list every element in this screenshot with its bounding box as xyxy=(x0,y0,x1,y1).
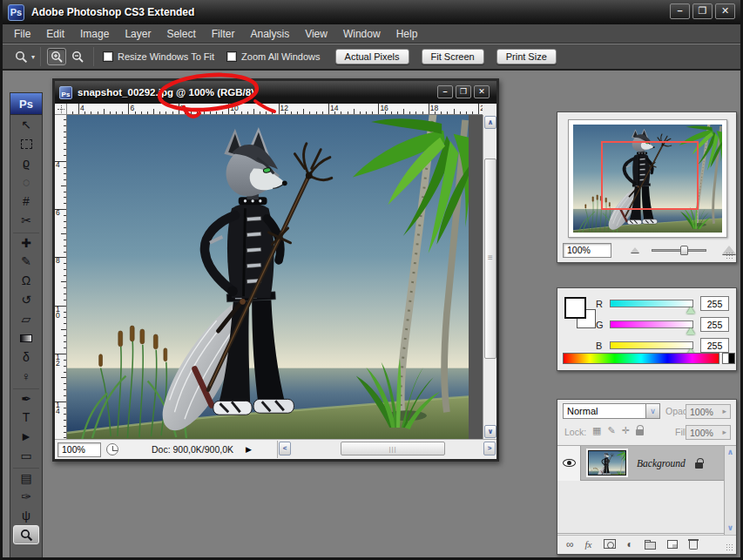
layer-thumbnail[interactable] xyxy=(588,450,626,476)
move-tool[interactable]: ↖ xyxy=(13,115,39,134)
menu-item-file[interactable]: File xyxy=(6,26,38,42)
layer-visibility-toggle[interactable] xyxy=(557,446,581,481)
layer-name[interactable]: Background xyxy=(637,458,686,469)
delete-layer-icon[interactable] xyxy=(689,541,698,550)
blend-mode-select[interactable]: Normal xyxy=(563,403,646,419)
layers-scroll-up-icon[interactable]: ∧ xyxy=(726,447,735,458)
lock-all-icon[interactable] xyxy=(636,429,644,435)
menu-item-analysis[interactable]: Analysis xyxy=(242,26,297,42)
fit-screen-button[interactable]: Fit Screen xyxy=(422,49,484,64)
notes-tool[interactable]: ▤ xyxy=(13,468,39,487)
clone-stamp-tool[interactable]: Ω xyxy=(13,271,39,290)
history-brush-tool[interactable]: ↺ xyxy=(13,290,39,309)
hand-tool[interactable]: ψ xyxy=(13,506,39,525)
channel-slider-thumb[interactable] xyxy=(686,307,695,314)
horizontal-scroll-thumb[interactable]: ||| xyxy=(341,442,445,455)
channel-slider[interactable] xyxy=(610,341,693,349)
menu-item-help[interactable]: Help xyxy=(388,26,426,42)
ruler-origin-box[interactable] xyxy=(55,104,67,115)
zoom-percentage-field[interactable] xyxy=(57,442,101,457)
channel-slider[interactable] xyxy=(610,300,693,307)
rectangular-marquee-tool[interactable] xyxy=(13,134,39,153)
link-layers-icon[interactable]: ∞ xyxy=(566,538,574,550)
zoom-tool[interactable] xyxy=(13,525,39,544)
zoom-out-mode-button[interactable] xyxy=(68,48,87,65)
panel-resize-grip[interactable] xyxy=(726,252,734,260)
type-tool[interactable]: T xyxy=(13,408,39,427)
layer-style-icon[interactable]: fx xyxy=(585,539,592,550)
menu-item-layer[interactable]: Layer xyxy=(117,26,159,42)
new-layer-icon[interactable] xyxy=(667,540,678,549)
slice-tool[interactable]: ✂ xyxy=(13,211,39,230)
pen-tool[interactable]: ✒ xyxy=(13,388,39,408)
navigator-view-box[interactable] xyxy=(601,141,698,210)
dodge-tool[interactable]: ♀ xyxy=(13,367,39,386)
eraser-tool[interactable]: ▱ xyxy=(13,309,39,328)
minimize-button[interactable]: – xyxy=(670,3,690,19)
close-button[interactable]: ✕ xyxy=(715,3,735,19)
lock-position-icon[interactable]: ✛ xyxy=(622,425,630,436)
quick-selection-tool[interactable]: ◌ xyxy=(13,172,39,192)
zoom-all-windows-checkbox[interactable] xyxy=(226,51,237,62)
scroll-down-button[interactable]: ∨ xyxy=(484,425,496,438)
channel-value[interactable]: 255 xyxy=(700,296,729,311)
channel-slider-thumb[interactable] xyxy=(686,327,695,334)
spot-healing-brush-tool[interactable]: ✚ xyxy=(13,233,39,252)
menu-item-edit[interactable]: Edit xyxy=(38,26,72,42)
horizontal-ruler[interactable]: 468101214161820 xyxy=(67,104,483,115)
navigator-zoom-slider[interactable] xyxy=(652,249,706,252)
menu-item-view[interactable]: View xyxy=(297,26,335,42)
zoom-out-icon[interactable] xyxy=(631,247,639,253)
layer-row-background[interactable]: Background xyxy=(557,446,724,481)
color-spectrum-ramp[interactable] xyxy=(563,353,719,364)
adjustment-layer-icon[interactable]: ◐ xyxy=(627,538,633,550)
scroll-left-button[interactable]: < xyxy=(279,442,291,455)
actual-pixels-button[interactable]: Actual Pixels xyxy=(335,49,409,64)
doc-close-button[interactable]: ✕ xyxy=(474,85,490,98)
panel-resize-grip[interactable] xyxy=(726,543,734,552)
navigator-zoom-field[interactable] xyxy=(563,243,611,258)
doc-minimize-button[interactable]: – xyxy=(437,85,453,98)
scroll-right-button[interactable]: > xyxy=(483,442,496,455)
rectangle-tool[interactable]: ▭ xyxy=(13,446,39,465)
lock-transparency-icon[interactable]: ▦ xyxy=(592,425,601,436)
lock-pixels-icon[interactable]: ✎ xyxy=(607,425,615,436)
menu-item-select[interactable]: Select xyxy=(159,26,203,42)
scroll-up-button[interactable]: ∧ xyxy=(484,116,496,129)
vertical-ruler[interactable]: 468101214 xyxy=(55,115,67,439)
blur-tool[interactable]: δ xyxy=(13,347,39,367)
tool-preset-picker[interactable]: ▾ xyxy=(15,51,35,64)
channel-value[interactable]: 255 xyxy=(700,317,729,332)
maximize-button[interactable]: ❐ xyxy=(692,3,713,19)
horizontal-scrollbar[interactable]: < ||| > xyxy=(277,441,496,458)
menu-item-filter[interactable]: Filter xyxy=(204,26,243,42)
opacity-value[interactable]: 100%▸ xyxy=(686,404,731,419)
doc-maximize-button[interactable]: ❐ xyxy=(456,85,471,98)
status-menu-arrow-icon[interactable]: ▶ xyxy=(246,445,252,454)
layer-group-icon[interactable] xyxy=(645,542,656,550)
channel-slider[interactable] xyxy=(610,320,693,328)
print-size-button[interactable]: Print Size xyxy=(496,49,557,64)
blend-mode-dropdown-icon[interactable]: ∨ xyxy=(645,403,660,419)
channel-value[interactable]: 255 xyxy=(700,338,729,353)
crop-tool[interactable]: # xyxy=(13,192,39,211)
layers-scrollbar[interactable]: ∧ ∨ xyxy=(724,446,736,535)
image-canvas[interactable] xyxy=(67,115,483,439)
document-title-bar[interactable]: Ps snapshot_00292.jpg @ 100% (RGB/8) – ❐… xyxy=(55,81,496,104)
fill-value[interactable]: 100%▸ xyxy=(686,425,731,440)
version-cue-icon[interactable] xyxy=(106,443,118,455)
foreground-color-swatch[interactable] xyxy=(564,297,586,319)
layer-mask-icon[interactable] xyxy=(604,539,616,549)
lasso-tool[interactable]: ϱ xyxy=(13,153,39,172)
brush-tool[interactable]: ✎ xyxy=(13,252,39,271)
spectrum-black-swatch[interactable] xyxy=(728,353,735,364)
resize-windows-checkbox[interactable] xyxy=(103,51,113,62)
layers-scroll-down-icon[interactable]: ∨ xyxy=(726,523,735,534)
vertical-scrollbar[interactable]: ∧ ∨ xyxy=(483,115,496,439)
path-selection-tool[interactable]: ► xyxy=(13,427,39,446)
vertical-scroll-thumb[interactable] xyxy=(484,159,496,359)
gradient-tool[interactable] xyxy=(13,328,39,347)
navigator-preview[interactable] xyxy=(573,125,722,233)
menu-item-image[interactable]: Image xyxy=(72,26,117,42)
eyedropper-tool[interactable]: ✑ xyxy=(13,487,39,506)
